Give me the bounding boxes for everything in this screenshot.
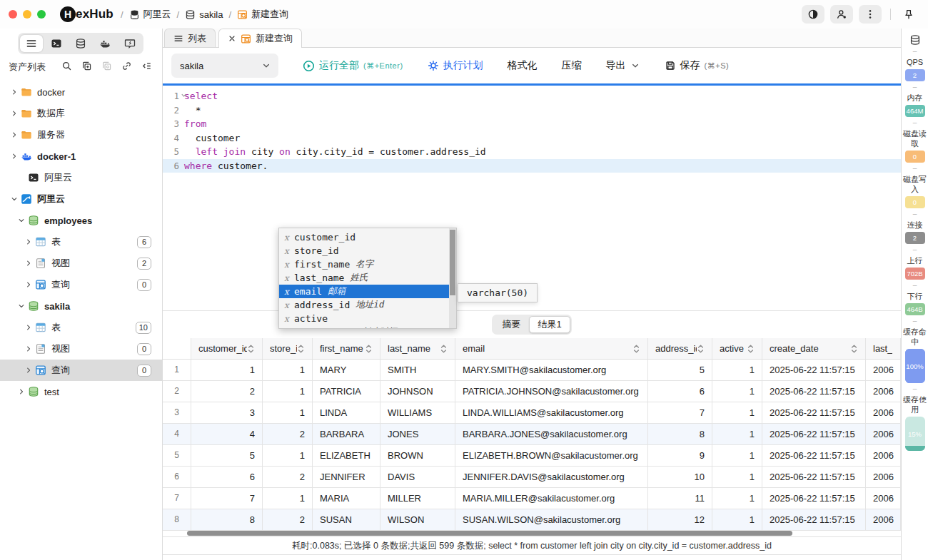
column-header-first_name[interactable]: first_name (313, 338, 380, 360)
tree-item-employees[interactable]: employees (0, 210, 162, 231)
editor-line-3[interactable]: 3from (163, 117, 901, 131)
link-button[interactable] (121, 61, 132, 74)
cell-first_name[interactable]: MARY (313, 360, 380, 381)
more-menu-button[interactable] (859, 5, 882, 24)
cell-customer_id[interactable]: 4 (191, 424, 263, 445)
search-button[interactable] (61, 61, 72, 74)
tree-item-视图[interactable]: 视图0 (0, 338, 162, 360)
chevron-right-icon[interactable] (23, 259, 34, 268)
tree-item-阿里云[interactable]: 阿里云 (0, 188, 162, 210)
cell-create_date[interactable]: 2025-06-22 11:57:15 (762, 509, 866, 531)
chevron-right-icon[interactable] (16, 387, 27, 396)
cell-customer_id[interactable]: 2 (191, 381, 263, 402)
cell-create_date[interactable]: 2025-06-22 11:57:15 (762, 360, 866, 381)
table-row[interactable]: 771MARIAMILLERMARIA.MILLER@sakilacustome… (163, 488, 901, 509)
mode-button-database[interactable] (69, 35, 92, 52)
cell-last_[interactable]: 2006 (866, 445, 901, 467)
save-button[interactable]: 保存 (⌘+S) (665, 59, 730, 72)
cell-last_[interactable]: 2006 (866, 509, 901, 531)
copy-add-button[interactable] (81, 61, 92, 74)
sort-icon[interactable] (747, 343, 755, 355)
cell-address_id[interactable]: 10 (648, 467, 712, 488)
minimize-window-button[interactable] (23, 10, 31, 19)
autocomplete-item-create_date[interactable]: xcreate_date创建时间 (279, 325, 456, 329)
cell-first_name[interactable]: PATRICIA (313, 381, 380, 402)
table-row[interactable]: 662JENNIFERDAVISJENNIFER.DAVIS@sakilacus… (163, 467, 901, 488)
cell-last_name[interactable]: JOHNSON (380, 381, 455, 402)
autocomplete-item-last_name[interactable]: xlast_name姓氏 (279, 271, 456, 285)
sql-editor[interactable]: 1select2 *3from4 customer5 left join cit… (163, 83, 901, 310)
table-row[interactable]: 221PATRICIAJOHNSONPATRICIA.JOHNSON@sakil… (163, 381, 901, 402)
tree-item-数据库[interactable]: 数据库 (0, 103, 162, 124)
column-header-create_date[interactable]: create_date (762, 338, 866, 360)
cell-address_id[interactable]: 6 (648, 381, 712, 402)
tree-item-docker[interactable]: docker (0, 81, 162, 103)
chevron-down-icon[interactable] (16, 216, 27, 225)
cell-address_id[interactable]: 5 (648, 360, 712, 381)
close-window-button[interactable] (9, 10, 17, 19)
mode-button-docker[interactable] (94, 35, 116, 52)
cell-first_name[interactable]: MARIA (313, 488, 380, 509)
cell-last_[interactable]: 2006 (866, 467, 901, 488)
cell-create_date[interactable]: 2025-06-22 11:57:15 (762, 488, 866, 509)
cell-address_id[interactable]: 8 (648, 424, 712, 445)
format-button[interactable]: 格式化 (508, 59, 538, 72)
cell-email[interactable]: ELIZABETH.BROWN@sakilacustomer.org (455, 445, 648, 467)
cell-email[interactable]: JENNIFER.DAVIS@sakilacustomer.org (455, 467, 648, 488)
cell-first_name[interactable]: JENNIFER (313, 467, 380, 488)
cell-customer_id[interactable]: 8 (191, 509, 263, 531)
autocomplete-item-email[interactable]: xemail邮箱 (279, 285, 456, 298)
column-header-address_id[interactable]: address_id (648, 338, 712, 360)
cell-active[interactable]: 1 (712, 445, 762, 467)
breadcrumb-item[interactable]: 新建查询 (237, 8, 288, 21)
cell-last_[interactable]: 2006 (866, 488, 901, 509)
cell-address_id[interactable]: 11 (648, 488, 712, 509)
cell-active[interactable]: 1 (712, 402, 762, 424)
cell-active[interactable]: 1 (712, 509, 762, 531)
sort-icon[interactable] (247, 343, 255, 355)
breadcrumb-item[interactable]: sakila (185, 9, 223, 20)
sort-icon[interactable] (697, 343, 705, 355)
sort-icon[interactable] (365, 343, 373, 355)
column-header-email[interactable]: email (455, 338, 648, 360)
sort-icon[interactable] (632, 343, 640, 355)
run-all-button[interactable]: 运行全部 (⌘+Enter) (303, 59, 403, 72)
cell-customer_id[interactable]: 1 (191, 360, 263, 381)
cell-create_date[interactable]: 2025-06-22 11:57:15 (762, 381, 866, 402)
chevron-right-icon[interactable] (9, 109, 20, 118)
table-row[interactable]: 111MARYSMITHMARY.SMITH@sakilacustomer.or… (163, 360, 901, 381)
table-row[interactable]: 331LINDAWILLIAMSLINDA.WILLIAMS@sakilacus… (163, 402, 901, 424)
account-button[interactable] (830, 5, 853, 24)
cell-address_id[interactable]: 7 (648, 402, 712, 424)
cell-email[interactable]: MARY.SMITH@sakilacustomer.org (455, 360, 648, 381)
cell-last_[interactable]: 2006 (866, 360, 901, 381)
compress-button[interactable]: 压缩 (562, 59, 582, 72)
cell-store_id[interactable]: 2 (263, 467, 313, 488)
chevron-right-icon[interactable] (23, 323, 34, 332)
editor-line-4[interactable]: 4 customer (163, 131, 901, 146)
chevron-down-icon[interactable] (9, 195, 20, 203)
mode-button-terminal[interactable] (44, 35, 67, 52)
sort-icon[interactable] (297, 343, 305, 355)
cell-store_id[interactable]: 1 (263, 445, 313, 467)
close-icon[interactable] (228, 34, 236, 43)
editor-line-2[interactable]: 2 * (163, 103, 901, 118)
results-tab-摘要[interactable]: 摘要 (493, 316, 529, 333)
cell-store_id[interactable]: 1 (263, 381, 313, 402)
cell-active[interactable]: 1 (712, 467, 762, 488)
cell-first_name[interactable]: SUSAN (313, 509, 380, 531)
cell-store_id[interactable]: 2 (263, 509, 313, 531)
cell-email[interactable]: MARIA.MILLER@sakilacustomer.org (455, 488, 648, 509)
cell-first_name[interactable]: LINDA (313, 402, 380, 424)
horizontal-scrollbar[interactable] (163, 531, 901, 536)
cell-active[interactable]: 1 (712, 488, 762, 509)
table-row[interactable]: 882SUSANWILSONSUSAN.WILSON@sakilacustome… (163, 509, 901, 531)
tab-列表[interactable]: 列表 (164, 29, 216, 47)
table-row[interactable]: 442BARBARAJONESBARBARA.JONES@sakilacusto… (163, 424, 901, 445)
results-tab-结果1[interactable]: 结果1 (529, 316, 570, 333)
explain-plan-button[interactable]: 执行计划 (428, 59, 483, 72)
cell-email[interactable]: BARBARA.JONES@sakilacustomer.org (455, 424, 648, 445)
autocomplete-item-active[interactable]: xactive (279, 312, 456, 325)
column-header-active[interactable]: active (712, 338, 762, 360)
cell-store_id[interactable]: 1 (263, 488, 313, 509)
